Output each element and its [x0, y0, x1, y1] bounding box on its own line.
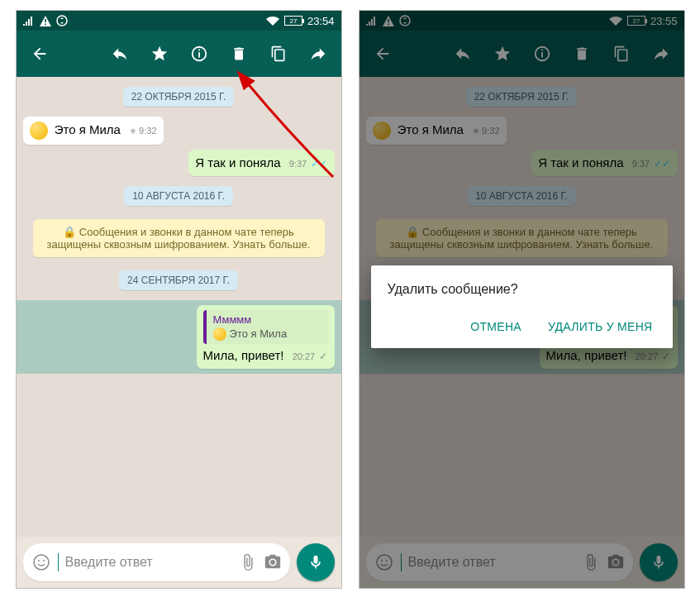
reply-quote-name: Ммммм — [213, 313, 321, 327]
status-time: 23:54 — [307, 15, 335, 27]
date-separator: 10 АВГУСТА 2016 Г. — [124, 186, 233, 206]
message-outgoing-selected[interactable]: Ммммм Это я Мила Мила, привет! 20:27 ✓ — [197, 305, 335, 369]
text-cursor — [58, 553, 59, 571]
reply-quote-text: Это я Мила — [230, 327, 288, 340]
message-input[interactable]: Введите ответ — [23, 543, 290, 581]
svg-rect-1 — [45, 23, 46, 25]
delete-dialog: Удалить сообщение? ОТМЕНА УДАЛИТЬ У МЕНЯ — [371, 265, 673, 348]
warning-icon — [40, 16, 51, 26]
svg-rect-4 — [198, 52, 200, 57]
camera-icon[interactable] — [264, 553, 282, 571]
svg-point-2 — [57, 16, 67, 26]
dialog-cancel-button[interactable]: ОТМЕНА — [467, 313, 525, 340]
copy-button[interactable] — [260, 36, 297, 72]
svg-point-7 — [38, 560, 40, 561]
date-separator: 22 ОКТЯБРЯ 2015 Г. — [123, 87, 235, 107]
svg-point-8 — [43, 560, 45, 561]
selected-message-band: Ммммм Это я Мила Мила, привет! 20:27 ✓ — [17, 300, 341, 374]
screenshot-right: 27 23:55 22 ОКТЯБРЯ 2015 Г. Это я Мила ★… — [359, 10, 685, 589]
message-incoming[interactable]: Это я Мила ★9:32 — [23, 117, 164, 145]
reply-button[interactable] — [102, 36, 138, 72]
wifi-icon — [266, 16, 279, 26]
encryption-notice[interactable]: 🔒 Сообщения и звонки в данном чате тепер… — [33, 219, 325, 257]
battery-level: 27 — [290, 17, 298, 25]
forward-button[interactable] — [300, 36, 336, 72]
input-placeholder: Введите ответ — [65, 555, 232, 570]
sync-icon — [56, 15, 68, 26]
message-outgoing[interactable]: Я так и поняла 9:37 ✓✓ — [188, 150, 334, 176]
read-checks-icon: ✓✓ — [308, 158, 327, 170]
svg-rect-0 — [45, 19, 46, 22]
reply-quote: Ммммм Это я Мила — [203, 310, 328, 345]
info-button[interactable] — [181, 36, 217, 72]
back-button[interactable] — [21, 36, 58, 72]
emoji-sick-icon — [213, 327, 226, 341]
screenshot-left: 27 23:54 22 ОКТЯБРЯ 2015 Г. — [16, 10, 342, 589]
emoji-picker-icon[interactable] — [31, 552, 51, 572]
emoji-kiss-icon — [30, 122, 48, 140]
svg-point-6 — [34, 555, 49, 570]
status-bar: 27 23:54 — [17, 11, 341, 31]
dialog-title: Удалить сообщение? — [388, 282, 656, 297]
svg-rect-5 — [198, 50, 200, 51]
message-text: Мила, привет! — [203, 348, 284, 362]
signal-icon — [23, 16, 35, 26]
dialog-delete-button[interactable]: УДАЛИТЬ У МЕНЯ — [545, 313, 655, 340]
starred-icon: ★ — [129, 126, 137, 136]
message-text: Это я Мила — [55, 122, 121, 136]
delete-button[interactable] — [221, 36, 257, 72]
sent-check-icon: ✓ — [317, 351, 327, 362]
attach-icon[interactable] — [239, 553, 257, 571]
message-text: Я так и поняла — [195, 155, 280, 170]
date-separator: 24 СЕНТЯБРЯ 2017 Г. — [119, 270, 238, 290]
chat-body[interactable]: 22 ОКТЯБРЯ 2015 Г. Это я Мила ★9:32 Я та… — [17, 77, 341, 537]
message-time: 9:37 — [289, 159, 307, 169]
star-button[interactable] — [141, 36, 178, 72]
message-time: 9:32 — [139, 126, 156, 136]
mic-button[interactable] — [297, 543, 335, 581]
input-bar: Введите ответ — [17, 537, 341, 588]
battery-icon: 27 — [284, 16, 302, 26]
message-time: 20:27 — [293, 351, 316, 361]
app-bar — [17, 31, 341, 77]
